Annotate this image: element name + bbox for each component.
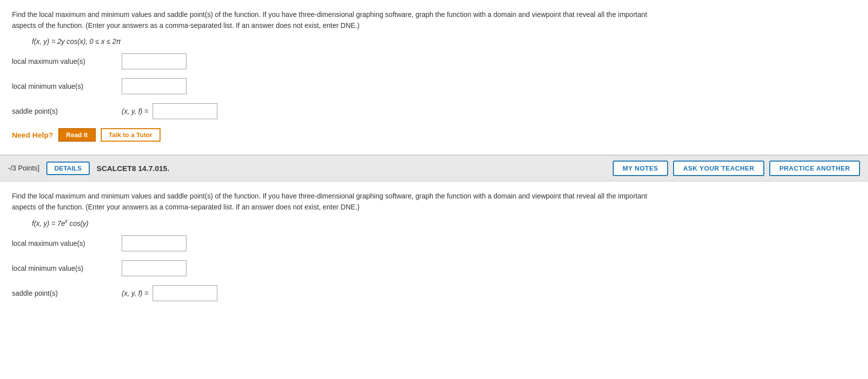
section2: Find the local maximum and minimum value… xyxy=(0,182,868,319)
my-notes-button-2[interactable]: MY NOTES xyxy=(613,161,669,176)
local-max-row-1: local maximum value(s) xyxy=(12,53,856,69)
read-it-button-1[interactable]: Read It xyxy=(58,128,96,142)
local-max-input-1[interactable] xyxy=(122,53,186,69)
local-max-input-2[interactable] xyxy=(122,235,186,251)
formula-1: f(x, y) = 2y cos(x), 0 ≤ x ≤ 2π xyxy=(32,37,856,45)
local-min-label-1: local minimum value(s) xyxy=(12,82,122,90)
saddle-input-2[interactable] xyxy=(153,285,217,301)
formula-2: f(x, y) = 7ex cos(y) xyxy=(32,219,856,228)
practice-another-button-2[interactable]: PRACTICE ANOTHER xyxy=(769,161,860,176)
section-title-2: SCALCET8 14.7.015. xyxy=(97,164,170,173)
local-min-label-2: local minimum value(s) xyxy=(12,264,122,272)
need-help-label-1: Need Help? xyxy=(12,131,53,139)
local-max-label-2: local maximum value(s) xyxy=(12,239,122,247)
local-min-row-2: local minimum value(s) xyxy=(12,260,856,276)
local-min-input-2[interactable] xyxy=(122,260,186,276)
section2-header-right: MY NOTES ASK YOUR TEACHER PRACTICE ANOTH… xyxy=(613,161,860,176)
saddle-input-1[interactable] xyxy=(153,103,217,119)
section2-header: -/3 Points] DETAILS SCALCET8 14.7.015. M… xyxy=(0,155,868,182)
saddle-label-1: saddle point(s) xyxy=(12,107,122,115)
section1: Find the local maximum and minimum value… xyxy=(0,0,868,155)
question-text-2: Find the local maximum and minimum value… xyxy=(12,190,856,213)
local-min-input-1[interactable] xyxy=(122,78,186,94)
points-label-2: -/3 Points] xyxy=(8,164,39,172)
ask-teacher-button-2[interactable]: ASK YOUR TEACHER xyxy=(673,161,764,176)
saddle-label-2: saddle point(s) xyxy=(12,289,122,297)
question-text-1: Find the local maximum and minimum value… xyxy=(12,9,856,31)
talk-tutor-button-1[interactable]: Talk to a Tutor xyxy=(101,128,161,142)
saddle-row-2: saddle point(s) (x, y, f) = xyxy=(12,285,856,301)
local-max-label-1: local maximum value(s) xyxy=(12,57,122,65)
details-button-2[interactable]: DETAILS xyxy=(46,162,90,175)
saddle-eq-1: (x, y, f) = xyxy=(122,107,149,115)
saddle-eq-2: (x, y, f) = xyxy=(122,289,149,297)
local-min-row-1: local minimum value(s) xyxy=(12,78,856,94)
saddle-row-1: saddle point(s) (x, y, f) = xyxy=(12,103,856,119)
section2-header-left: -/3 Points] DETAILS SCALCET8 14.7.015. xyxy=(8,162,170,175)
need-help-row-1: Need Help? Read It Talk to a Tutor xyxy=(12,128,856,142)
local-max-row-2: local maximum value(s) xyxy=(12,235,856,251)
